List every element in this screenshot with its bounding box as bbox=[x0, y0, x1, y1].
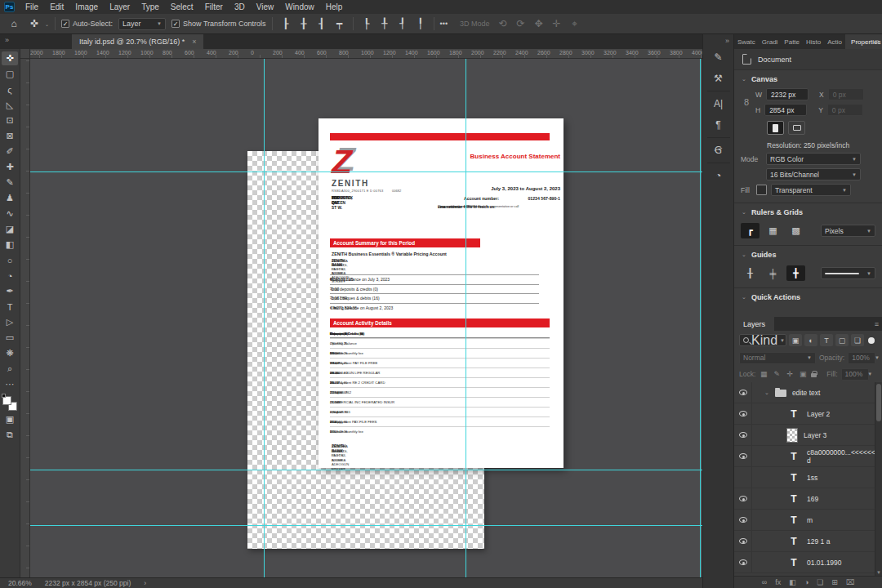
auto-select-checkbox[interactable]: ✓ bbox=[61, 20, 69, 28]
guide-vertical-2[interactable] bbox=[466, 59, 466, 577]
path-selection-tool[interactable]: ▷ bbox=[2, 315, 18, 329]
rulers-grids-button-0[interactable]: ┏ bbox=[741, 223, 760, 238]
layers-bottom-button-4[interactable]: ❏ bbox=[817, 578, 823, 586]
orientation-portrait-button[interactable] bbox=[767, 121, 784, 135]
menu-type[interactable]: Type bbox=[136, 0, 165, 14]
show-transform-toggle[interactable]: ✓ Show Transform Controls bbox=[172, 20, 266, 28]
frame-tool[interactable]: ⊠ bbox=[2, 129, 18, 143]
fill-swatch[interactable] bbox=[756, 185, 767, 195]
filter-pin-icon[interactable] bbox=[868, 337, 875, 344]
blur-tool[interactable]: ○ bbox=[2, 253, 18, 267]
fill-dropdown[interactable]: Transparent ▼ bbox=[771, 184, 851, 196]
guides-header[interactable]: ⌄ Guides bbox=[734, 246, 882, 264]
lock-position-icon[interactable]: ✛ bbox=[785, 370, 795, 378]
canvas-section-header[interactable]: ⌄ Canvas bbox=[734, 70, 882, 88]
y-input[interactable]: 0 px bbox=[827, 104, 863, 116]
vertical-ruler[interactable] bbox=[20, 59, 30, 577]
link-dimensions-icon[interactable]: 8 bbox=[741, 88, 752, 116]
menu-file[interactable]: File bbox=[20, 0, 44, 14]
layers-bottom-button-0[interactable]: ∞ bbox=[762, 578, 767, 586]
tool-preset-caret-icon[interactable]: ⌄ bbox=[45, 21, 49, 27]
menu-image[interactable]: Image bbox=[69, 0, 104, 14]
panel-menu-icon[interactable]: ≡ bbox=[875, 320, 879, 328]
layer-row[interactable]: T169 bbox=[734, 488, 882, 510]
color-mode-dropdown[interactable]: RGB Color ▼ bbox=[766, 153, 861, 165]
guide-vertical-1[interactable] bbox=[264, 59, 265, 577]
expand-panels-icon[interactable]: » bbox=[725, 37, 729, 45]
align-button-3[interactable]: ┯ bbox=[332, 16, 347, 31]
scrollbar-thumb[interactable] bbox=[876, 384, 881, 421]
eraser-tool[interactable]: ◪ bbox=[2, 222, 18, 236]
layer-row[interactable]: Layer 3 bbox=[734, 425, 882, 446]
layers-bottom-button-2[interactable]: ◧ bbox=[789, 578, 796, 586]
align-button-0[interactable]: ┠ bbox=[278, 16, 293, 31]
visibility-toggle[interactable] bbox=[734, 446, 752, 466]
height-input[interactable]: 2854 px bbox=[764, 104, 807, 116]
visibility-toggle[interactable] bbox=[734, 467, 752, 488]
more-options-button[interactable]: ••• bbox=[440, 20, 448, 28]
eyedropper-tool[interactable]: ✐ bbox=[2, 145, 18, 158]
layer-row[interactable]: Tc8a0000000...<<<<<<0 d bbox=[734, 446, 882, 467]
tab-histo[interactable]: Histo bbox=[803, 34, 824, 49]
rectangle-tool[interactable]: ▭ bbox=[2, 331, 18, 345]
show-transform-checkbox[interactable]: ✓ bbox=[172, 20, 180, 28]
default-colors-icon[interactable] bbox=[2, 394, 6, 398]
glyphs-panel-icon[interactable]: Ꞡ bbox=[708, 141, 729, 159]
layers-bottom-button-5[interactable]: ⊞ bbox=[831, 578, 838, 586]
move-tool-icon[interactable]: ✜ bbox=[27, 16, 42, 31]
type-tool[interactable]: T bbox=[2, 300, 18, 314]
status-chevron-icon[interactable]: › bbox=[144, 579, 146, 587]
more-tools[interactable]: ⋯ bbox=[2, 377, 18, 391]
layer-row[interactable]: T01.01.1990 bbox=[734, 552, 882, 573]
guide-style-dropdown[interactable]: ▼ bbox=[821, 267, 875, 279]
mixer-brush-tool[interactable]: ❋ bbox=[2, 346, 18, 360]
pen-tool[interactable]: ✒ bbox=[2, 284, 18, 298]
menu-window[interactable]: Window bbox=[279, 0, 320, 14]
distribute-button-2[interactable]: ┦ bbox=[395, 16, 410, 31]
auto-select-toggle[interactable]: ✓ Auto-Select: bbox=[61, 20, 113, 28]
rulers-grids-button-1[interactable]: ▦ bbox=[764, 223, 782, 238]
visibility-toggle[interactable] bbox=[734, 382, 752, 403]
tab-swatc[interactable]: Swatc bbox=[734, 34, 759, 49]
paragraph-panel-icon[interactable]: ¶ bbox=[708, 116, 729, 134]
layers-bottom-button-3[interactable]: ◑ bbox=[804, 578, 808, 586]
home-icon[interactable]: ⌂ bbox=[7, 16, 21, 31]
zoom-tool[interactable]: ⌕ bbox=[2, 362, 18, 376]
lock-pixels-icon[interactable]: ✎ bbox=[772, 370, 782, 378]
guide-vertical-3[interactable] bbox=[700, 59, 701, 577]
guides-button-0[interactable]: ╂ bbox=[741, 265, 760, 281]
distribute-button-3[interactable]: ╿ bbox=[413, 16, 428, 31]
color-swatches[interactable] bbox=[2, 396, 17, 411]
layers-bottom-button-6[interactable]: ⌧ bbox=[846, 578, 854, 586]
gradient-tool[interactable]: ◧ bbox=[2, 238, 18, 252]
filter-kind-dropdown[interactable]: Kind ▼ bbox=[739, 334, 786, 346]
align-button-2[interactable]: ┨ bbox=[314, 16, 329, 31]
materials-panel-icon[interactable]: ◔ bbox=[708, 167, 729, 185]
clone-stamp-tool[interactable]: ♟ bbox=[2, 191, 18, 205]
layer-row[interactable]: T1ss bbox=[734, 467, 882, 488]
layer-row[interactable]: Tm bbox=[734, 510, 882, 531]
bit-depth-dropdown[interactable]: 16 Bits/Channel ▼ bbox=[766, 168, 861, 180]
rulers-grids-button-2[interactable]: ▩ bbox=[786, 223, 805, 238]
panel-menu-icon[interactable]: ≡ bbox=[875, 38, 879, 46]
blend-mode-dropdown[interactable]: Normal ▼ bbox=[739, 352, 816, 364]
brush-settings-icon[interactable]: ✎ bbox=[708, 48, 729, 66]
menu-3d[interactable]: 3D bbox=[229, 0, 251, 14]
menu-edit[interactable]: Edit bbox=[44, 0, 69, 14]
lock-transparency-icon[interactable]: ▦ bbox=[759, 370, 768, 378]
guide-horizontal-3[interactable] bbox=[30, 525, 702, 526]
menu-view[interactable]: View bbox=[251, 0, 280, 14]
move-tool[interactable]: ✜ bbox=[2, 51, 18, 65]
layers-bottom-button-1[interactable]: fx bbox=[775, 578, 781, 586]
screen-mode-button[interactable]: ⧉ bbox=[2, 428, 18, 442]
visibility-toggle[interactable] bbox=[734, 552, 752, 572]
scrollbar-down-arrow[interactable]: ▼ bbox=[876, 570, 881, 575]
collapse-panels-icon[interactable]: » bbox=[5, 36, 9, 44]
tool-presets-icon[interactable]: ⚒ bbox=[708, 69, 729, 87]
guides-button-2[interactable]: ╋ bbox=[786, 265, 805, 281]
width-input[interactable]: 2232 px bbox=[766, 88, 808, 100]
guides-button-1[interactable]: ╪ bbox=[764, 265, 782, 281]
guide-horizontal-2[interactable] bbox=[30, 470, 702, 470]
ruler-units-dropdown[interactable]: Pixels ▼ bbox=[821, 225, 875, 237]
horizontal-ruler[interactable]: 2000180016001400120010008006004002000200… bbox=[30, 49, 702, 59]
